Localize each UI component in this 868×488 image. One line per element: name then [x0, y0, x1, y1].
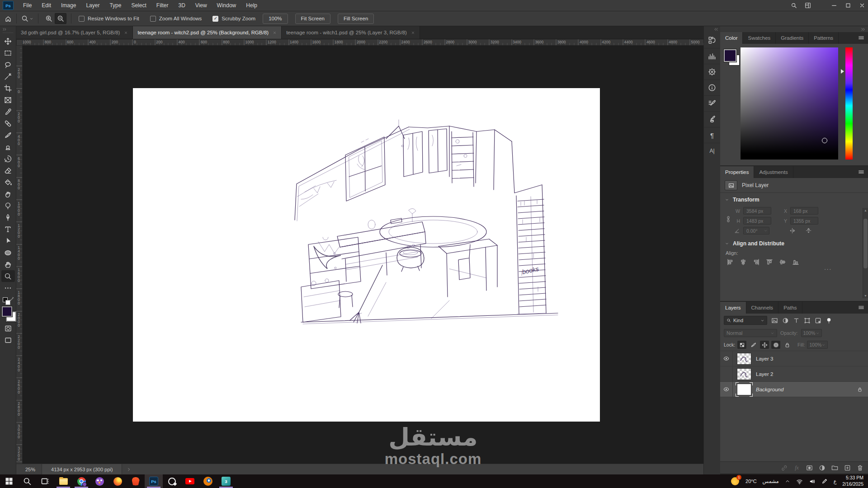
layer-row[interactable]: Layer 3	[720, 351, 868, 366]
tray-expand-icon[interactable]	[785, 479, 790, 484]
pen-tool[interactable]	[1, 211, 15, 223]
chevron-down-icon[interactable]	[725, 197, 729, 202]
toolbar-expand-icon[interactable]	[2, 27, 7, 32]
horizontal-ruler[interactable]: 1000800600400200020040060080010001200140…	[23, 39, 720, 46]
panel-menu-icon[interactable]	[858, 169, 864, 175]
maximize-button[interactable]	[845, 2, 851, 9]
status-zoom-level[interactable]: 25%	[16, 467, 42, 472]
home-icon[interactable]	[5, 15, 12, 22]
x-position-input[interactable]: 168 px	[790, 207, 818, 215]
start-button[interactable]	[0, 474, 18, 488]
foreground-color-swatch[interactable]	[2, 306, 12, 317]
align-middle-vertical-icon[interactable]	[779, 258, 786, 266]
type-tool[interactable]	[1, 223, 15, 235]
eraser-tool[interactable]	[1, 164, 15, 176]
blender-app[interactable]	[199, 474, 217, 488]
tab-close-icon[interactable]	[273, 31, 277, 35]
panel-collapse-icon[interactable]	[861, 27, 865, 32]
vertical-ruler[interactable]: 2000200400600800100012001400160018002000…	[16, 46, 23, 464]
frame-tool[interactable]	[1, 94, 15, 106]
wifi-icon[interactable]	[796, 478, 803, 485]
layer-filter-kind-dropdown[interactable]: Kind	[724, 316, 767, 325]
layer-thumbnail[interactable]	[737, 368, 751, 380]
info-panel-icon[interactable]	[704, 80, 720, 95]
color-panel-tab[interactable]: Patterns	[809, 32, 839, 44]
opacity-input[interactable]: 100%	[801, 329, 822, 337]
align-more-options[interactable]: ...	[720, 266, 868, 270]
history-brush-tool[interactable]	[1, 153, 15, 164]
quick-mask-button[interactable]	[1, 323, 15, 334]
circle-pin-app[interactable]	[163, 474, 181, 488]
align-bottom-icon[interactable]	[792, 258, 799, 266]
volume-icon[interactable]	[809, 478, 816, 485]
options-checkbox[interactable]: Resize Windows to Fit	[79, 16, 139, 22]
filter-smart-objects-icon[interactable]	[815, 317, 821, 324]
lock-transparent-pixels-icon[interactable]	[737, 341, 746, 349]
workspace-switcher-icon[interactable]	[805, 2, 811, 9]
zoom-tool[interactable]	[1, 270, 15, 282]
lock-artboard-icon[interactable]	[771, 341, 780, 349]
menu-item[interactable]: Select	[126, 0, 151, 11]
layer-thumbnail[interactable]	[737, 384, 751, 395]
filter-pixel-layers-icon[interactable]	[771, 317, 778, 324]
align-top-icon[interactable]	[766, 258, 773, 266]
owl-app[interactable]	[90, 474, 108, 488]
width-input[interactable]: 3584 px	[743, 207, 771, 215]
keyboard-language[interactable]: ع	[834, 479, 837, 484]
link-dimensions-icon[interactable]	[725, 216, 732, 223]
dock-expand-icon[interactable]	[714, 27, 718, 32]
lasso-tool[interactable]	[1, 59, 15, 70]
pen-settings-icon[interactable]	[821, 478, 828, 484]
filter-adjustment-layers-icon[interactable]	[782, 317, 789, 324]
file-explorer-app[interactable]	[54, 474, 72, 488]
filter-shape-layers-icon[interactable]	[804, 317, 811, 324]
lock-all-icon[interactable]	[783, 341, 792, 349]
search-icon[interactable]	[791, 2, 797, 9]
gradient-tool[interactable]	[1, 176, 15, 188]
zoom-tool-preset[interactable]	[21, 15, 33, 22]
hue-slider[interactable]	[845, 47, 853, 160]
object-selection-tool[interactable]	[1, 70, 15, 82]
path-selection-tool[interactable]	[1, 235, 15, 247]
histogram-panel-icon[interactable]	[704, 48, 720, 64]
menu-item[interactable]: View	[190, 0, 212, 11]
minimize-button[interactable]	[831, 2, 837, 9]
lock-image-pixels-icon[interactable]	[749, 341, 758, 349]
y-position-input[interactable]: 1355 px	[790, 217, 818, 225]
zoom-out-button[interactable]	[55, 13, 66, 24]
weather-condition-label[interactable]: مشمس	[763, 479, 779, 484]
zoom-in-button[interactable]	[43, 13, 55, 24]
properties-scrollbar[interactable]: ▲▼	[863, 208, 868, 298]
clock[interactable]: 5:33 PM 2/16/2025	[842, 475, 863, 487]
panel-menu-icon[interactable]	[858, 305, 864, 311]
color-picker-indicator[interactable]	[822, 138, 827, 143]
taskbar-search-button[interactable]	[18, 474, 36, 488]
brushes-panel-icon[interactable]	[704, 111, 720, 127]
layer-name[interactable]: Layer 3	[756, 356, 868, 361]
brush-settings-panel-icon[interactable]	[704, 95, 720, 111]
chevron-down-icon[interactable]	[725, 241, 729, 246]
color-saturation-field[interactable]	[741, 47, 838, 160]
properties-panel-tab[interactable]: Properties	[720, 166, 754, 178]
crop-tool[interactable]	[1, 82, 15, 94]
rotation-angle-input[interactable]: 0.00°	[743, 227, 769, 235]
lock-position-icon[interactable]	[760, 341, 769, 349]
3ds-max-app[interactable]: 3	[217, 474, 235, 488]
paragraph-panel-icon[interactable]: ¶	[704, 127, 720, 143]
layers-panel-tab[interactable]: Channels	[746, 302, 779, 314]
align-left-icon[interactable]	[726, 258, 734, 266]
filter-toggle-icon[interactable]	[826, 317, 832, 324]
height-input[interactable]: 1483 px	[743, 217, 771, 225]
layer-row[interactable]: Background	[720, 382, 868, 397]
weather-icon[interactable]: 1	[731, 477, 740, 486]
document-tab[interactable]: teenage room - witch1.psd @ 25% (Layer 3…	[282, 26, 420, 39]
menu-item[interactable]: Help	[241, 0, 262, 11]
delete-layer-icon[interactable]	[857, 465, 863, 471]
color-panel-tab[interactable]: Gradients	[776, 32, 809, 44]
flip-horizontal-icon[interactable]	[789, 227, 796, 234]
fill-screen-button[interactable]: Fill Screen	[338, 14, 374, 24]
layer-row[interactable]: Layer 2	[720, 366, 868, 382]
task-view-button[interactable]	[36, 474, 54, 488]
screen-mode-button[interactable]	[1, 334, 15, 346]
menu-item[interactable]: Edit	[37, 0, 56, 11]
